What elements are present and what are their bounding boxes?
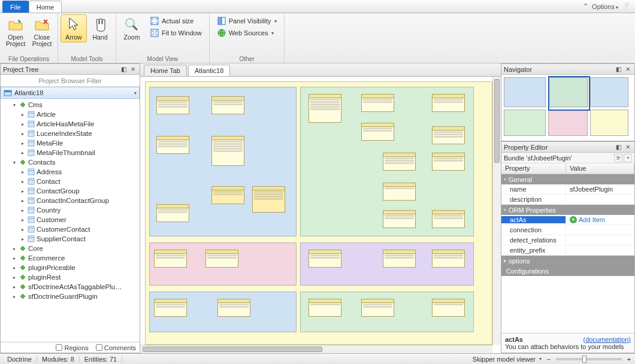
chevron-down-icon[interactable]: ▾	[134, 90, 137, 96]
zoom-in-button[interactable]: +	[625, 356, 633, 363]
status-orm: Doctrine	[2, 356, 37, 363]
arrow-tool-button[interactable]: Arrow	[61, 14, 87, 43]
zoom-button[interactable]: Zoom	[119, 14, 145, 43]
model-canvas[interactable]	[140, 77, 501, 353]
doc-tab-atlantic18[interactable]: Atlantic18	[188, 65, 230, 76]
tree-module[interactable]: ▸Core	[1, 244, 140, 253]
panel-icon	[217, 16, 226, 26]
dock-icon[interactable]: ◧	[119, 65, 128, 74]
prop-row-description[interactable]: description	[501, 195, 634, 205]
tree-entity[interactable]: ▸ContactInContactGroup	[1, 196, 140, 205]
tree-entity[interactable]: ▸CustomerContact	[1, 225, 140, 234]
comments-checkbox[interactable]: Comments	[96, 344, 136, 351]
zoom-out-button[interactable]: −	[545, 356, 552, 363]
documentation-link[interactable]: (documentation)	[583, 336, 631, 343]
svg-rect-12	[28, 121, 34, 127]
horizontal-scrollbar[interactable]	[140, 345, 492, 353]
fit-window-button[interactable]: Fit to Window	[147, 28, 204, 38]
dock-icon[interactable]: ◧	[614, 65, 622, 74]
svg-rect-10	[28, 111, 34, 117]
svg-rect-41	[22, 286, 24, 288]
svg-rect-21	[28, 169, 34, 175]
prop-row-name[interactable]: namesfJobeetPlugin	[501, 184, 634, 195]
tree-entity[interactable]: ▸Country	[1, 205, 140, 215]
property-context: Bundle 'sfJobeetPlugin'	[504, 154, 572, 162]
open-project-button[interactable]: Open Project	[2, 14, 29, 49]
tree-module[interactable]: ▸sfDoctrineActAsTaggablePlu…	[1, 282, 140, 292]
prop-section-general[interactable]: ▿General	[501, 174, 634, 184]
svg-rect-38	[22, 257, 24, 259]
hand-tool-button[interactable]: Hand	[87, 14, 113, 43]
tree-entity[interactable]: ▸MetaFileThumbnail	[1, 148, 140, 157]
project-tree[interactable]: ▾Cms▸Article▸ArticleHasMetaFile▸LuceneIn…	[1, 99, 140, 342]
tree-entity[interactable]: ▸Contact	[1, 177, 140, 186]
editor-area: Home Tab Atlantic18	[140, 63, 501, 353]
svg-rect-3	[151, 29, 158, 37]
project-filter[interactable]: Project Browser Filter	[1, 75, 140, 87]
tree-module[interactable]: ▸pluginPriceable	[1, 263, 140, 272]
prop-row-connection[interactable]: connection	[501, 225, 634, 235]
panel-visibility-button[interactable]: Panel Visibility▾	[214, 16, 280, 26]
status-bar: Doctrine Modules: 8 Entities: 71 Skipper…	[0, 353, 635, 364]
collapse-ribbon-icon[interactable]: ⌃	[583, 2, 588, 10]
svg-rect-33	[28, 226, 34, 232]
prop-section-options[interactable]: ▸options	[501, 256, 634, 266]
navigator-panel: Navigator ◧ ✕	[501, 63, 635, 141]
tree-entity[interactable]: ▸MetaFile	[1, 138, 140, 148]
close-project-button[interactable]: Close Project	[29, 14, 55, 49]
property-grid-header: Property Value	[501, 163, 634, 174]
tree-entity[interactable]: ▸LuceneIndexState	[1, 129, 140, 138]
dock-icon[interactable]: ◧	[614, 143, 622, 151]
tree-module[interactable]: ▸Ecommerce	[1, 253, 140, 263]
svg-rect-35	[28, 236, 34, 242]
navigator-minimap[interactable]	[501, 75, 634, 141]
filter-icon[interactable]: ⚞	[614, 154, 622, 162]
svg-rect-37	[22, 247, 24, 250]
project-root[interactable]: Atlantic18 ▾	[1, 87, 140, 99]
vertical-scrollbar[interactable]	[492, 77, 501, 345]
svg-rect-23	[28, 178, 34, 184]
tree-entity[interactable]: ▸Address	[1, 167, 140, 177]
property-help: actAs (documentation) You can attach beh…	[501, 333, 634, 353]
doc-tab-home[interactable]: Home Tab	[144, 65, 187, 76]
tree-entity[interactable]: ▸ContactGroup	[1, 186, 140, 196]
project-icon	[4, 89, 12, 97]
folder-close-icon	[34, 16, 50, 33]
tree-module[interactable]: ▸sfDoctrineGuardPlugin	[1, 292, 140, 301]
add-item-button[interactable]: +Add Item	[570, 216, 605, 223]
tree-module[interactable]: ▸pluginRest	[1, 272, 140, 282]
svg-rect-27	[28, 198, 34, 204]
svg-rect-16	[28, 140, 34, 146]
svg-point-0	[126, 19, 134, 27]
svg-rect-29	[28, 207, 34, 213]
prop-row-prefix[interactable]: entity_prefix	[501, 245, 634, 256]
prop-row-detect[interactable]: detect_relations	[501, 235, 634, 245]
prop-section-config[interactable]: Configurations	[501, 266, 634, 276]
svg-rect-40	[22, 276, 24, 278]
tree-entity[interactable]: ▸ArticleHasMetaFile	[1, 119, 140, 129]
add-property-icon[interactable]: ＋	[624, 154, 632, 162]
close-icon[interactable]: ✕	[129, 65, 137, 74]
options-menu[interactable]: Options▾	[592, 3, 618, 10]
status-modules: Modules: 8	[37, 356, 80, 363]
ribbon-group-label: Model Tools	[61, 55, 113, 63]
prop-row-actas[interactable]: actAs +Add Item	[501, 215, 634, 225]
tab-home[interactable]: Home	[29, 1, 62, 13]
tab-file[interactable]: File	[2, 1, 29, 13]
tree-module[interactable]: ▾Cms	[1, 100, 140, 110]
tree-entity[interactable]: ▸SupplierContact	[1, 234, 140, 244]
svg-rect-8	[4, 90, 11, 92]
brand-dropdown-icon[interactable]: ▾	[539, 356, 542, 362]
actual-size-button[interactable]: Actual size	[147, 16, 204, 26]
tree-entity[interactable]: ▸Customer	[1, 215, 140, 225]
project-tree-footer: Regions Comments	[1, 342, 140, 353]
tree-module[interactable]: ▾Contacts	[1, 157, 140, 167]
close-icon[interactable]: ✕	[624, 65, 632, 74]
regions-checkbox[interactable]: Regions	[56, 344, 88, 351]
zoom-slider[interactable]	[556, 358, 622, 360]
prop-section-orm[interactable]: ▿ORM Properties	[501, 205, 634, 215]
close-icon[interactable]: ✕	[624, 143, 632, 151]
help-icon[interactable]: ❔	[622, 2, 630, 10]
tree-entity[interactable]: ▸Article	[1, 110, 140, 119]
web-sources-button[interactable]: Web Sources▾	[214, 28, 280, 38]
